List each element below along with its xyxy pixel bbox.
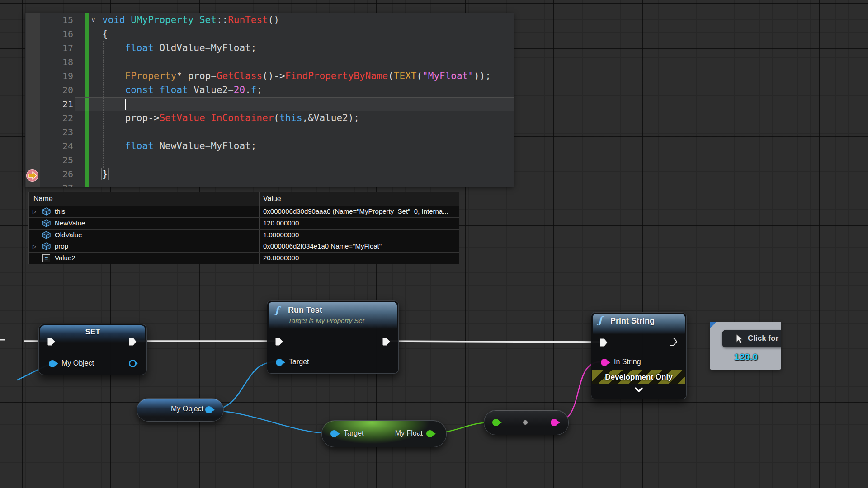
code-line[interactable]: 25: [25, 153, 514, 167]
code-token: FindPropertyByName: [285, 70, 388, 81]
line-number[interactable]: 25: [51, 153, 73, 167]
execution-pointer-icon[interactable]: [26, 169, 38, 182]
watch-row-prop[interactable]: ▷prop0x000006d2f034e1a0 Name="MyFloat": [29, 240, 459, 253]
my-object-variable-node[interactable]: My Object: [137, 398, 224, 422]
exec-in-pin[interactable]: [275, 337, 284, 346]
watch-table[interactable]: Name Value ▷this0x000006d30d90aaa0 (Name…: [28, 192, 459, 264]
line-number[interactable]: 26: [51, 167, 73, 181]
my-object-variable-output-pin[interactable]: [205, 406, 212, 413]
code-line[interactable]: 26}: [25, 167, 514, 181]
code-token: f: [251, 84, 257, 95]
code-text: void UMyProperty_Set::RunTest(): [102, 13, 279, 27]
watch-value: 20.0000000: [263, 252, 299, 264]
watch-header-row: [29, 192, 459, 206]
target-pin[interactable]: [330, 430, 338, 437]
expand-arrow-icon[interactable]: ▷: [33, 206, 36, 217]
code-token: * prop=: [176, 70, 217, 81]
line-number[interactable]: 19: [51, 69, 73, 83]
code-line[interactable]: 24 float NewValue=MyFloat;: [25, 139, 514, 153]
my-object-variable-label: My Object: [171, 405, 203, 413]
line-number[interactable]: 18: [51, 55, 73, 69]
print-string-node[interactable]: ƒ Print String In String Development Onl…: [591, 312, 687, 399]
code-editor[interactable]: 15∨void UMyProperty_Set::RunTest()16{17 …: [25, 13, 514, 187]
exec-out-pin[interactable]: [128, 337, 137, 346]
exec-in-pin[interactable]: [47, 337, 56, 346]
code-token: UMyProperty_Set: [131, 14, 217, 25]
code-token: TEXT: [394, 70, 417, 81]
code-text: FProperty* prop=GetClass()->FindProperty…: [102, 69, 491, 83]
code-line[interactable]: 23: [25, 125, 514, 139]
click-for-more-button[interactable]: Click for M: [722, 330, 781, 347]
exec-wire-runtest-to-printstring: [387, 341, 601, 342]
watch-row-Value2[interactable]: =Value220.0000000: [29, 252, 459, 264]
code-line[interactable]: 20 const float Value2=20.f;: [25, 83, 514, 97]
run-test-title: Run Test: [288, 305, 322, 315]
code-token: float: [159, 84, 188, 95]
code-token: [102, 42, 125, 53]
target-pin[interactable]: [276, 359, 283, 366]
code-token: prop->: [102, 113, 159, 123]
watch-value: 1.00000000: [263, 229, 299, 241]
code-token: {: [102, 28, 108, 39]
code-line[interactable]: 19 FProperty* prop=GetClass()->FindPrope…: [25, 69, 514, 83]
debug-value-bubble[interactable]: Click for M 120.0: [710, 322, 781, 370]
code-token: float: [125, 42, 154, 53]
code-token: .: [245, 84, 251, 95]
code-line[interactable]: 21: [25, 97, 514, 111]
line-number[interactable]: 21: [51, 97, 73, 111]
get-my-float-node[interactable]: Target My Float: [321, 420, 447, 447]
watch-row-NewValue[interactable]: NewValue120.000000: [29, 217, 459, 230]
set-node[interactable]: SET My Object: [38, 324, 147, 375]
code-line[interactable]: 27: [25, 181, 514, 187]
code-line[interactable]: 22 prop->SetValue_InContainer(this,&Valu…: [25, 111, 514, 125]
code-text: }: [102, 167, 108, 181]
my-object-input-label: My Object: [61, 359, 94, 367]
to-string-conversion-node[interactable]: [484, 410, 569, 435]
line-number[interactable]: 22: [51, 111, 73, 125]
line-number[interactable]: 17: [51, 41, 73, 55]
value-equals-icon: =: [42, 254, 50, 262]
line-number[interactable]: 15: [51, 13, 73, 27]
exec-out-pin[interactable]: [382, 337, 391, 346]
code-line[interactable]: 17 float OldValue=MyFloat;: [25, 41, 514, 55]
watch-value: 0x000006d30d90aaa0 (Name="MyProperty_Set…: [263, 206, 448, 217]
fold-chevron-icon[interactable]: ∨: [91, 13, 95, 27]
code-text: const float Value2=20.f;: [102, 83, 262, 97]
my-object-output-pin[interactable]: [129, 360, 137, 367]
float-input-pin[interactable]: [492, 419, 500, 426]
my-float-output-pin[interactable]: [426, 430, 434, 437]
run-test-node[interactable]: ƒ Run Test Target is My Property Set Tar…: [267, 300, 399, 374]
chevron-down-icon[interactable]: [634, 387, 643, 393]
code-token: [125, 14, 131, 25]
code-line[interactable]: 15∨void UMyProperty_Set::RunTest(): [25, 13, 514, 27]
watch-name: Value2: [55, 252, 75, 264]
click-for-more-label: Click for M: [748, 334, 781, 343]
expand-arrow-icon[interactable]: ▷: [33, 240, 36, 252]
line-number[interactable]: 23: [51, 125, 73, 139]
cursor-icon: [735, 333, 744, 344]
line-number[interactable]: 24: [51, 139, 73, 153]
watch-value: 0x000006d2f034e1a0 Name="MyFloat": [263, 240, 382, 252]
name-column-header[interactable]: Name: [33, 192, 53, 206]
line-number[interactable]: 20: [51, 83, 73, 97]
debug-value-text: 120.0: [723, 352, 769, 362]
object-box-icon: [42, 207, 51, 217]
watch-row-this[interactable]: ▷this0x000006d30d90aaa0 (Name="MyPropert…: [29, 206, 459, 218]
exec-out-pin[interactable]: [669, 337, 678, 346]
in-string-pin[interactable]: [601, 359, 608, 366]
my-object-input-pin[interactable]: [49, 360, 56, 367]
line-number[interactable]: 16: [51, 27, 73, 41]
development-only-banner: Development Only: [592, 370, 685, 384]
value-column-header[interactable]: Value: [263, 192, 281, 206]
watch-name: NewValue: [55, 217, 85, 229]
code-line[interactable]: 18: [25, 55, 514, 69]
code-text: {: [102, 27, 108, 41]
code-line[interactable]: 16{: [25, 27, 514, 41]
watch-name: prop: [55, 240, 68, 252]
function-icon: ƒ: [275, 305, 279, 316]
exec-in-pin[interactable]: [599, 338, 609, 347]
watch-row-OldValue[interactable]: OldValue1.00000000: [29, 229, 459, 241]
line-number[interactable]: 27: [51, 181, 73, 187]
code-token: 20: [234, 84, 245, 95]
string-output-pin[interactable]: [551, 419, 558, 426]
